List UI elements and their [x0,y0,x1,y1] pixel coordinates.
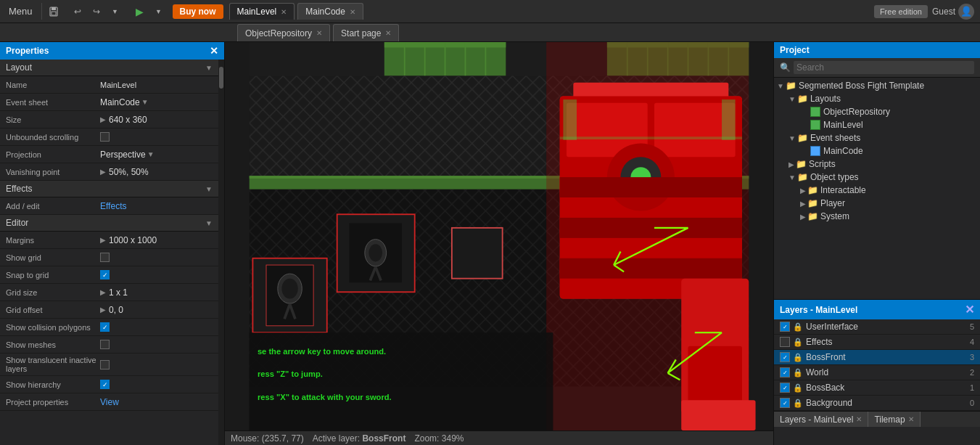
layer-bossback-checkbox[interactable] [780,383,790,393]
tab-maincode-close[interactable]: ✕ [350,8,355,16]
tree-eventsheets[interactable]: ▼ 📁 Event sheets [774,131,980,144]
projection-dropdown[interactable]: ▼ [147,150,155,158]
show-hierarchy-checkbox[interactable] [100,380,110,389]
system-folder-icon: 📁 [807,211,818,221]
prop-grid-offset: Grid offset ▶ 0, 0 [0,301,218,319]
svg-rect-44 [546,42,749,430]
svg-point-50 [607,144,675,211]
search-input[interactable] [794,61,974,74]
tree-player[interactable]: ▶ 📁 Player [774,197,980,210]
guest-avatar[interactable]: 👤 [958,4,974,20]
subtab-objectrepository[interactable]: ObjectRepository ✕ [237,24,330,41]
tree-root[interactable]: ▼ 📁 Segmented Boss Fight Template [774,79,980,92]
layer-background[interactable]: 🔒 Background 0 [774,396,980,411]
section-editor[interactable]: Editor ▼ [0,215,218,232]
subtabs-row: ObjectRepository ✕ Start page ✕ [0,23,980,42]
svg-line-68 [668,359,676,373]
save-button[interactable] [44,1,64,22]
root-folder-icon: 📁 [786,81,796,91]
subtab-objectrepository-close[interactable]: ✕ [316,29,322,37]
layer-background-checkbox[interactable] [780,398,790,408]
layer-effects[interactable]: 🔒 Effects 4 [774,335,980,350]
section-layout[interactable]: Layout ▼ [0,60,218,76]
layer-effects-checkbox[interactable] [780,337,790,347]
tree-objecttypes[interactable]: ▼ 📁 Object types [774,171,980,184]
properties-scrollbar[interactable] [218,60,224,445]
bottom-tab-tilemap-close[interactable]: ✕ [908,415,914,423]
properties-scroll[interactable]: Layout ▼ Name MainLevel Event sheet Main… [0,60,218,445]
layers-close[interactable]: ✕ [965,303,974,317]
root-arrow[interactable]: ▼ [777,82,784,90]
svg-text:ress "X" to attack with your s: ress "X" to attack with your sword. [258,393,392,401]
svg-line-39 [376,267,381,281]
scripts-arrow[interactable]: ▶ [788,160,794,168]
svg-rect-49 [654,103,736,157]
snap-to-grid-checkbox[interactable] [100,270,110,279]
section-effects-arrow: ▼ [205,185,213,193]
vanishing-expand[interactable]: ▶ [100,168,106,176]
play-dropdown-button[interactable]: ▼ [149,2,168,21]
eventsheet-dropdown[interactable]: ▼ [141,98,149,106]
layer-bossback[interactable]: 🔒 BossBack 1 [774,380,980,396]
bottom-tab-tilemap[interactable]: Tilemap ✕ [868,412,920,427]
tree-scripts[interactable]: ▶ 📁 Scripts [774,158,980,171]
subtab-startpage-close[interactable]: ✕ [385,29,391,37]
player-arrow[interactable]: ▶ [800,200,806,208]
svg-rect-59 [563,99,577,140]
gridsize-expand[interactable]: ▶ [100,288,106,296]
svg-rect-23 [250,176,749,189]
tree-objectrepository[interactable]: ObjectRepository [774,105,980,118]
bottom-tab-layers-close[interactable]: ✕ [856,415,862,423]
eventsheets-arrow[interactable]: ▼ [788,134,796,142]
tree-system[interactable]: ▶ 📁 System [774,210,980,223]
show-grid-checkbox[interactable] [100,253,110,262]
section-effects[interactable]: Effects ▼ [0,181,218,197]
layer-bossfront-checkbox[interactable] [780,352,790,362]
svg-rect-46 [573,83,728,123]
tree-maincode-file[interactable]: MainCode [774,144,980,158]
tab-mainlevel-close[interactable]: ✕ [281,8,287,16]
translucent-inactive-checkbox[interactable] [100,360,110,370]
subtab-startpage[interactable]: Start page ✕ [333,24,399,41]
undo-button[interactable]: ↩ [68,2,87,21]
properties-scroll-thumb[interactable] [219,67,223,89]
layer-userinterface-lock: 🔒 [793,322,803,332]
section-editor-arrow: ▼ [205,219,213,227]
properties-close[interactable]: ✕ [210,45,218,57]
system-arrow[interactable]: ▶ [800,213,806,221]
tree-interactable[interactable]: ▶ 📁 Interactable [774,184,980,197]
layouts-arrow[interactable]: ▼ [788,95,796,103]
prop-grid-size: Grid size ▶ 1 x 1 [0,284,218,301]
layer-world[interactable]: 🔒 World 2 [774,365,980,380]
tree-layouts[interactable]: ▼ 📁 Layouts [774,92,980,105]
redo-dropdown-button[interactable]: ▼ [106,2,125,21]
svg-rect-24 [250,176,749,179]
objecttypes-arrow[interactable]: ▼ [788,173,796,181]
svg-rect-61 [560,136,742,139]
effects-link[interactable]: Effects [100,201,126,211]
tab-mainlevel[interactable]: MainLevel ✕ [229,3,295,20]
unbounded-scrolling-checkbox[interactable] [100,132,110,142]
margins-expand[interactable]: ▶ [100,236,106,244]
view-link[interactable]: View [100,397,119,407]
layer-userinterface-checkbox[interactable] [780,322,790,332]
center-canvas[interactable]: se the arrow key to move around. ress "Z… [225,42,773,445]
canvas-background: se the arrow key to move around. ress "Z… [225,42,773,430]
bottom-tab-layers[interactable]: Layers - MainLevel ✕ [774,412,868,427]
layer-userinterface[interactable]: 🔒 UserInterface 5 [774,319,980,335]
layer-bossfront[interactable]: 🔒 BossFront 3 [774,350,980,365]
redo-button[interactable]: ↪ [87,2,106,21]
layer-world-checkbox[interactable] [780,367,790,377]
show-meshes-checkbox[interactable] [100,340,110,349]
tab-maincode[interactable]: MainCode ✕ [297,3,363,20]
buy-now-button[interactable]: Buy now [173,4,223,19]
collision-polygons-checkbox[interactable] [100,322,110,332]
gridoffset-expand[interactable]: ▶ [100,306,106,314]
tree-mainlevel-file[interactable]: MainLevel [774,118,980,131]
interactable-arrow[interactable]: ▶ [800,187,806,195]
size-expand[interactable]: ▶ [100,115,106,123]
mouse-position: Mouse: (235.7, 77) [231,433,304,444]
play-button[interactable]: ▶ [131,2,149,21]
menu-button[interactable]: Menu [0,3,42,20]
svg-line-38 [370,267,375,281]
